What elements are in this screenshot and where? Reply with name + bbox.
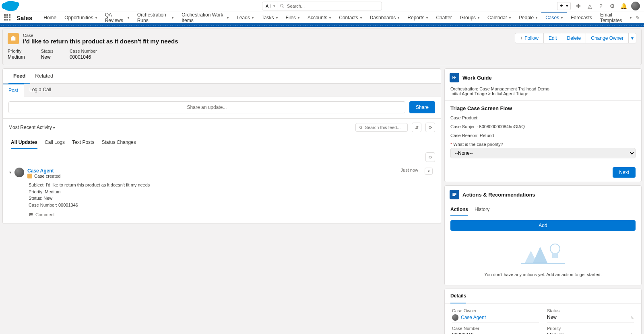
nav-item-cases[interactable]: Cases▾ <box>541 12 567 24</box>
case-mini-icon <box>27 174 32 178</box>
comment-icon <box>29 212 33 217</box>
feed-item-menu[interactable]: ▾ <box>425 168 433 175</box>
nav-item-dashboards[interactable]: Dashboards▾ <box>366 12 404 23</box>
feed-search-input[interactable] <box>355 123 408 132</box>
nav-item-groups[interactable]: Groups▾ <box>456 12 483 23</box>
global-actions-icon[interactable]: ✚ <box>575 2 582 10</box>
actions-rec-icon <box>450 190 459 199</box>
more-actions-button[interactable]: ▾ <box>629 33 636 43</box>
nav-item-opportunities[interactable]: Opportunities▾ <box>60 12 101 23</box>
filter-call-logs[interactable]: Call Logs <box>45 136 65 149</box>
setup-gear-icon[interactable]: ⚙ <box>609 2 616 10</box>
composer-tab-log-a-call[interactable]: Log a Call <box>24 84 57 96</box>
nav-item-orchestration-work-items[interactable]: Orchestration Work Items▾ <box>178 12 233 23</box>
feed-filter-tabs: All Updates Call Logs Text Posts Status … <box>3 136 441 149</box>
help-icon[interactable]: ? <box>597 2 605 10</box>
collapse-chevron-icon[interactable]: ▾ <box>9 170 11 174</box>
wg-case-subject: Case Subject: 500800000084hoGIAQ <box>450 124 636 129</box>
ar-tab-actions[interactable]: Actions <box>450 203 468 216</box>
nav-item-tasks[interactable]: Tasks▾ <box>258 12 282 23</box>
filter-all-updates[interactable]: All Updates <box>11 136 37 149</box>
feed-comment-action[interactable]: Comment <box>29 212 433 217</box>
feed-event-label: Case created <box>34 174 60 178</box>
global-header: All Search... ★▾ ✚ ◬ ? ⚙ 🔔 <box>0 0 644 12</box>
feed-author-link[interactable]: Case Agent <box>27 168 54 174</box>
details-card: Details Case OwnerCase AgentStatusNew✎Ca… <box>444 289 642 334</box>
author-avatar[interactable] <box>14 168 24 177</box>
wg-next-button[interactable]: Next <box>613 167 636 178</box>
highlight-field: Case Number00001046 <box>70 49 97 60</box>
nav-item-calendar[interactable]: Calendar▾ <box>483 12 515 23</box>
share-update-input[interactable]: Share an update... <box>8 101 405 113</box>
filter-text-posts[interactable]: Text Posts <box>72 136 94 149</box>
actions-recommendations-card: Actions & Recommendations Actions Histor… <box>444 185 642 285</box>
record-page-header: Case I'd like to return this product as … <box>2 29 642 65</box>
wg-case-product: Case Product: <box>450 115 636 120</box>
change-owner-button[interactable]: Change Owner <box>586 33 629 43</box>
search-scope-picker[interactable]: All <box>262 2 277 10</box>
guidance-center-icon[interactable]: ◬ <box>586 2 593 10</box>
delete-button[interactable]: Delete <box>562 33 586 43</box>
composer-tab-post[interactable]: Post <box>3 84 24 96</box>
edit-field-pencil-icon[interactable]: ✎ <box>630 316 634 321</box>
composer-tabs: Post Log a Call <box>3 84 441 96</box>
detail-field: Case Number00001046 <box>452 326 539 334</box>
nav-item-people[interactable]: People▾ <box>515 12 541 23</box>
nav-item-chatter[interactable]: Chatter <box>432 12 456 23</box>
empty-illustration-icon <box>517 239 569 267</box>
global-search: All Search... <box>262 2 382 10</box>
details-tabs: Details <box>445 289 641 303</box>
svg-marker-1 <box>533 247 547 263</box>
feed-item: ▾ Case Agent Case created Just now ▾ Sub… <box>3 165 441 223</box>
feed-composer: Share an update... Share <box>3 96 441 119</box>
detail-field: StatusNew✎ <box>547 308 634 323</box>
tab-feed[interactable]: Feed <box>8 69 30 84</box>
feed-refresh-icon[interactable]: ⟳ <box>425 152 435 162</box>
wg-priority-select[interactable]: --None-- <box>450 148 636 158</box>
empty-state-text: You don't have any actions yet. Add an a… <box>450 272 636 277</box>
expand-collapse-icon[interactable]: ⇵ <box>412 123 421 132</box>
header-utilities: ★▾ ✚ ◬ ? ⚙ 🔔 <box>557 2 640 10</box>
share-button[interactable]: Share <box>409 101 435 113</box>
wg-priority-label: * What is the case priority? <box>450 142 636 147</box>
favorites-button[interactable]: ★▾ <box>557 2 571 10</box>
feed-sort-picker[interactable]: Most Recent Activity <box>8 125 55 130</box>
salesforce-logo-icon[interactable] <box>4 1 18 11</box>
nav-item-orchestration-runs[interactable]: Orchestration Runs▾ <box>133 12 178 23</box>
svg-point-2 <box>550 244 560 254</box>
work-guide-title: Work Guide <box>462 75 492 81</box>
nav-item-contacts[interactable]: Contacts▾ <box>335 12 365 23</box>
follow-button[interactable]: +Follow <box>515 33 544 43</box>
app-launcher-icon[interactable] <box>4 14 11 21</box>
ar-tab-history[interactable]: History <box>475 203 489 216</box>
notifications-bell-icon[interactable]: 🔔 <box>620 2 627 10</box>
work-guide-card: Work Guide Orchestration: Case Managemen… <box>444 68 642 182</box>
tab-details[interactable]: Details <box>450 289 466 303</box>
record-title: I'd like to return this product as it do… <box>23 38 178 45</box>
edit-field-pencil-icon[interactable]: ✎ <box>630 332 634 334</box>
edit-nav-pencil-icon[interactable]: ✎ <box>636 15 640 21</box>
nav-item-qa-reviews[interactable]: QA Reviews▾ <box>101 12 133 23</box>
nav-item-files[interactable]: Files▾ <box>282 12 303 23</box>
feed-search-field[interactable] <box>365 125 404 130</box>
wg-case-reason: Case Reason: Refund <box>450 133 636 138</box>
user-avatar[interactable] <box>631 2 640 10</box>
app-name: Sales <box>17 14 32 21</box>
nav-item-leads[interactable]: Leads▾ <box>233 12 258 23</box>
context-bar-decoration <box>0 24 644 27</box>
tab-related[interactable]: Related <box>30 69 58 83</box>
search-placeholder: Search... <box>287 4 305 8</box>
record-actions: +Follow Edit Delete Change Owner ▾ <box>515 33 636 43</box>
search-input[interactable]: Search... <box>277 2 382 10</box>
add-action-button[interactable]: Add <box>450 220 636 231</box>
nav-item-reports[interactable]: Reports▾ <box>403 12 432 23</box>
nav-item-home[interactable]: Home <box>39 12 60 23</box>
nav-item-accounts[interactable]: Accounts▾ <box>303 12 335 23</box>
nav-item-forecasts[interactable]: Forecasts <box>567 12 596 23</box>
filter-status-changes[interactable]: Status Changes <box>101 136 136 149</box>
nav-item-email-templates[interactable]: Email Templates▾ <box>596 12 636 23</box>
edit-button[interactable]: Edit <box>544 33 562 43</box>
refresh-icon[interactable]: ⟳ <box>425 123 435 132</box>
actions-empty-state: You don't have any actions yet. Add an a… <box>450 231 636 279</box>
svg-rect-3 <box>552 253 558 258</box>
